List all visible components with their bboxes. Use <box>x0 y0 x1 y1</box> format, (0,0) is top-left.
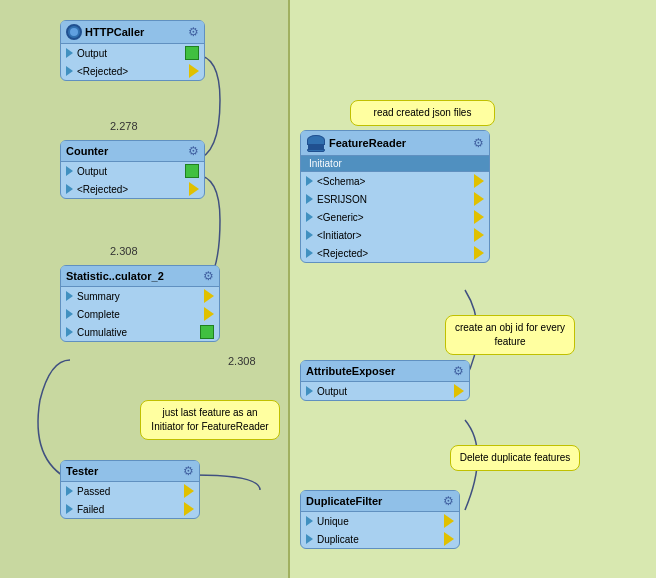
callout-initiator-text: just last feature as an Initiator for Fe… <box>151 407 268 432</box>
http-caller-node: HTTPCaller ⚙ Output <Rejected> <box>60 20 205 81</box>
counter-title: Counter <box>66 145 185 157</box>
fr-initiator-port: <Initiator> <box>301 226 489 244</box>
statcalc-summary-port: Summary <box>61 287 219 305</box>
df-duplicate-port: Duplicate <box>301 530 459 548</box>
fr-schema-yellow[interactable] <box>474 174 484 188</box>
fr-generic-label: <Generic> <box>317 212 364 223</box>
summary-label: Summary <box>77 291 120 302</box>
http-caller-gear[interactable]: ⚙ <box>188 25 199 39</box>
passed-yellow[interactable] <box>184 484 194 498</box>
complete-label: Complete <box>77 309 120 320</box>
fr-schema-label: <Schema> <box>317 176 365 187</box>
fr-initiator-yellow[interactable] <box>474 228 484 242</box>
fr-initiator-label: <Initiator> <box>317 230 361 241</box>
df-duplicate-arrow <box>306 534 313 544</box>
ae-output-arrow <box>306 386 313 396</box>
counter-rejected-port: <Rejected> <box>61 180 204 198</box>
feature-reader-title: FeatureReader <box>329 137 470 149</box>
fr-rejected-arrow <box>306 248 313 258</box>
statcalc-header[interactable]: Statistic..culator_2 ⚙ <box>61 266 219 287</box>
df-header[interactable]: DuplicateFilter ⚙ <box>301 491 459 512</box>
fr-rejected-yellow[interactable] <box>474 246 484 260</box>
callout-initiator: just last feature as an Initiator for Fe… <box>140 400 280 440</box>
complete-yellow[interactable] <box>204 307 214 321</box>
counter-output-arrow <box>66 166 73 176</box>
counter-output-label: Output <box>77 166 107 177</box>
df-unique-port: Unique <box>301 512 459 530</box>
counter-rejected-yellow[interactable] <box>189 182 199 196</box>
passed-label: Passed <box>77 486 110 497</box>
df-duplicate-label: Duplicate <box>317 534 359 545</box>
fr-rejected-label: <Rejected> <box>317 248 368 259</box>
callout-objid: create an obj id for every feature <box>445 315 575 355</box>
statcalc-gear[interactable]: ⚙ <box>203 269 214 283</box>
fr-generic-arrow <box>306 212 313 222</box>
statcalc-complete-port: Complete <box>61 305 219 323</box>
tester-failed-port: Failed <box>61 500 199 518</box>
ae-header[interactable]: AttributeExposer ⚙ <box>301 361 469 382</box>
cumulative-label: Cumulative <box>77 327 127 338</box>
rejected-label: <Rejected> <box>77 66 128 77</box>
fr-initiator-arrow <box>306 230 313 240</box>
passed-arrow <box>66 486 73 496</box>
counter-output-green[interactable] <box>185 164 199 178</box>
feature-reader-node: FeatureReader ⚙ Initiator <Schema> ESRIJ… <box>300 130 490 263</box>
http-caller-title: HTTPCaller <box>85 26 185 38</box>
rejected-yellow-port[interactable] <box>189 64 199 78</box>
http-caller-rejected-port: <Rejected> <box>61 62 204 80</box>
tester-header[interactable]: Tester ⚙ <box>61 461 199 482</box>
ae-gear[interactable]: ⚙ <box>453 364 464 378</box>
http-caller-header[interactable]: HTTPCaller ⚙ <box>61 21 204 44</box>
summary-yellow[interactable] <box>204 289 214 303</box>
counter-node: Counter ⚙ Output <Rejected> <box>60 140 205 199</box>
tester-gear[interactable]: ⚙ <box>183 464 194 478</box>
counter-output-port: Output <box>61 162 204 180</box>
ae-title: AttributeExposer <box>306 365 450 377</box>
callout-objid-text: create an obj id for every feature <box>455 322 565 347</box>
initiator-text: Initiator <box>309 158 342 169</box>
right-panel: read created json files FeatureReader ⚙ … <box>290 0 656 578</box>
callout-json-text: read created json files <box>374 107 472 118</box>
counter-rejected-label: <Rejected> <box>77 184 128 195</box>
left-panel: HTTPCaller ⚙ Output <Rejected> 2.278 Cou… <box>0 0 290 578</box>
initiator-band: Initiator <box>301 156 489 172</box>
fr-esrijson-yellow[interactable] <box>474 192 484 206</box>
df-unique-arrow <box>306 516 313 526</box>
output-green-port[interactable] <box>185 46 199 60</box>
callout-duplicate: Delete duplicate features <box>450 445 580 471</box>
fr-generic-port: <Generic> <box>301 208 489 226</box>
number-2278: 2.278 <box>110 120 138 132</box>
feature-reader-gear[interactable]: ⚙ <box>473 136 484 150</box>
cumulative-green[interactable] <box>200 325 214 339</box>
df-unique-yellow[interactable] <box>444 514 454 528</box>
df-gear[interactable]: ⚙ <box>443 494 454 508</box>
callout-json: read created json files <box>350 100 495 126</box>
failed-arrow <box>66 504 73 514</box>
df-duplicate-yellow[interactable] <box>444 532 454 546</box>
fr-esrijson-label: ESRIJSON <box>317 194 367 205</box>
counter-rejected-arrow <box>66 184 73 194</box>
ae-output-label: Output <box>317 386 347 397</box>
cumulative-arrow <box>66 327 73 337</box>
fr-schema-port: <Schema> <box>301 172 489 190</box>
output-label: Output <box>77 48 107 59</box>
ae-output-yellow[interactable] <box>454 384 464 398</box>
http-caller-output-port: Output <box>61 44 204 62</box>
complete-arrow <box>66 309 73 319</box>
tester-title: Tester <box>66 465 180 477</box>
statistic-calculator-node: Statistic..culator_2 ⚙ Summary Complete … <box>60 265 220 342</box>
fr-generic-yellow[interactable] <box>474 210 484 224</box>
df-unique-label: Unique <box>317 516 349 527</box>
duplicate-filter-node: DuplicateFilter ⚙ Unique Duplicate <box>300 490 460 549</box>
tester-passed-port: Passed <box>61 482 199 500</box>
feature-reader-header[interactable]: FeatureReader ⚙ <box>301 131 489 156</box>
fr-esrijson-port: ESRIJSON <box>301 190 489 208</box>
counter-header[interactable]: Counter ⚙ <box>61 141 204 162</box>
number-2308-2: 2.308 <box>228 355 256 367</box>
fr-esrijson-arrow <box>306 194 313 204</box>
attribute-exposer-node: AttributeExposer ⚙ Output <box>300 360 470 401</box>
failed-yellow[interactable] <box>184 502 194 516</box>
df-title: DuplicateFilter <box>306 495 440 507</box>
callout-duplicate-text: Delete duplicate features <box>460 452 571 463</box>
counter-gear[interactable]: ⚙ <box>188 144 199 158</box>
